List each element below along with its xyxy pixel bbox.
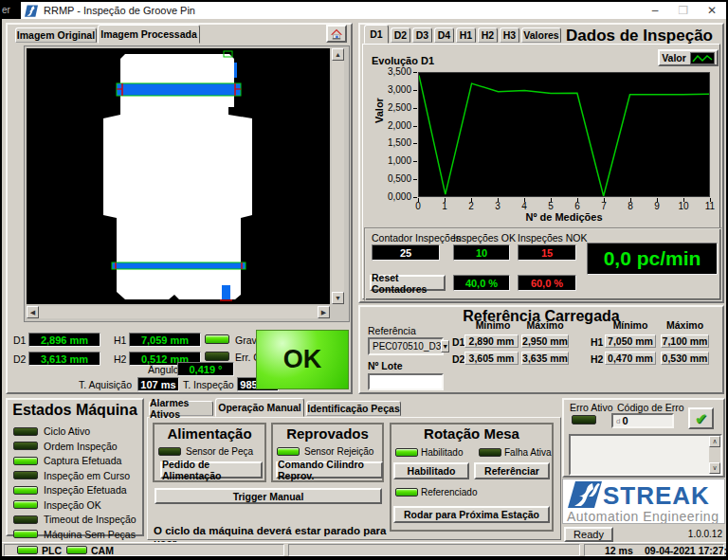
tab-label: Imagem Processada — [100, 28, 197, 40]
minimize-button[interactable]: – — [641, 4, 669, 17]
sensor-peca-label: Sensor de Peça — [186, 446, 253, 457]
ref-d1-max: 2,950 mm — [521, 334, 569, 348]
tab-d3[interactable]: D3 — [412, 27, 432, 43]
d1-value: 2,896 mm — [28, 333, 100, 347]
tab-alarmes-ativos[interactable]: Alarmes Ativos — [149, 401, 213, 416]
machine-state-row: Captura Efetuada — [13, 455, 121, 466]
contador-label: Contador Inspeções — [372, 232, 461, 244]
habilitado-button[interactable]: Habilitado — [393, 462, 469, 479]
app-version: 1.0.0.12 — [656, 529, 722, 539]
ref-h2-label: H2 — [591, 353, 603, 365]
reset-contadores-button[interactable]: Reset Contadores — [370, 275, 446, 291]
close-button[interactable]: ✕ — [698, 4, 726, 17]
chart-line-series — [419, 76, 709, 196]
error-list[interactable]: ∧ ∨ — [569, 434, 722, 476]
scroll-right-arrow[interactable]: ▶ — [318, 306, 330, 318]
chart-legend-button[interactable]: Valor — [658, 49, 719, 66]
contador-value: 25 — [372, 244, 440, 261]
y-tick-label: 3,000 — [379, 84, 411, 95]
ready-status-button[interactable]: Ready — [564, 527, 613, 542]
error-scroll-down-arrow[interactable]: ∨ — [709, 462, 720, 474]
app-logo-icon — [25, 5, 38, 17]
scroll-left-arrow[interactable]: ◀ — [27, 306, 39, 318]
tab-h2[interactable]: H2 — [478, 27, 498, 43]
tab-label: H1 — [460, 29, 472, 41]
tab-imagem-processada[interactable]: Imagem Processada — [98, 25, 200, 44]
referenciar-button[interactable]: Referênciar — [474, 462, 550, 479]
y-tick-label: 2,500 — [379, 102, 411, 113]
x-tick-label: 1 — [435, 201, 454, 211]
inspecoes-nok-label: Inspeções NOK — [518, 232, 588, 244]
inspecoes-nok-value: 15 — [518, 244, 576, 261]
tab-d4[interactable]: D4 — [434, 27, 454, 43]
habilitado-led-label: Habilitado — [421, 447, 463, 458]
angulo-value: 0,419 ° — [177, 362, 234, 376]
tab-valores[interactable]: Valores — [521, 27, 561, 43]
title-bar: RRMP - Inspeção de Groove Pin – ❒ ✕ — [2, 2, 726, 19]
x-tick-mark — [683, 198, 684, 202]
trigger-manual-button[interactable]: Trigger Manual — [155, 488, 382, 504]
rate-display: 0,0 pc/min — [587, 243, 718, 275]
tab-label: D1 — [370, 28, 382, 40]
dropdown-arrow-icon[interactable]: ▼ — [441, 340, 449, 352]
ref-d2-label: D2 — [452, 353, 464, 365]
pedido-alimentacao-button[interactable]: Pedido de Alimentação — [160, 461, 263, 479]
image-vertical-scrollbar[interactable]: ▲ ▼ — [332, 48, 344, 304]
machine-state-row: Timeout de Inspeção — [13, 514, 136, 525]
inspecoes-ok-label: Inspeções OK — [453, 232, 516, 244]
state-led — [13, 530, 38, 538]
status-datetime: 09-04-2021 17:27:26 — [645, 545, 728, 556]
scroll-up-arrow[interactable]: ▲ — [332, 48, 344, 61]
gravar-imagem-led — [205, 334, 229, 344]
cam-led — [66, 546, 87, 554]
x-tick-label: 11 — [701, 201, 719, 211]
tab-h1[interactable]: H1 — [456, 27, 476, 43]
referenciado-led — [395, 488, 418, 497]
image-display-frame: ▲ ▼ ◀ ▶ — [24, 45, 350, 322]
tab-d2[interactable]: D2 — [391, 27, 410, 43]
scroll-down-arrow[interactable]: ▼ — [332, 292, 344, 304]
referencia-dropdown[interactable]: PEC070510_D3 ▼ — [368, 337, 444, 355]
x-tick-label: 4 — [515, 201, 534, 211]
machine-state-row: Inspeção em Curso — [13, 470, 130, 481]
error-scroll-up-arrow[interactable]: ∧ — [709, 436, 720, 447]
rodar-proxima-estacao-button[interactable]: Rodar para Próxima Estação — [393, 506, 550, 523]
state-led — [13, 457, 38, 465]
inspection-title: Dados de Inspeção — [566, 27, 713, 45]
tab-operacao-manual[interactable]: Operação Manual — [215, 398, 304, 417]
machine-states-title: Estados Máquina — [8, 402, 142, 419]
max-header-left: Máximo — [521, 319, 569, 331]
comando-cilindro-button[interactable]: Comando Cilindro Reprov. — [276, 461, 383, 479]
error-code-value: 0 — [622, 415, 628, 426]
error-code-field[interactable]: d 0 — [611, 413, 674, 428]
lote-input[interactable] — [368, 373, 444, 390]
home-button[interactable] — [326, 25, 347, 43]
x-tick-label: 5 — [541, 201, 560, 211]
y-tick-mark — [413, 108, 417, 109]
erro-ativo-label: Erro Ativo — [570, 402, 613, 413]
x-tick-mark — [498, 198, 499, 202]
state-label: Ordem Inspeção — [44, 441, 118, 452]
window-title: RRMP - Inspeção de Groove Pin — [44, 5, 195, 16]
t-inspecao-label: T. Inspeção — [183, 379, 234, 390]
check-icon: ✔ — [695, 410, 707, 427]
state-label: Máquina Sem Peças — [44, 529, 136, 540]
x-tick-mark — [604, 198, 605, 202]
t-aquisicao-label: T. Aquisição — [79, 379, 132, 390]
acknowledge-error-button[interactable]: ✔ — [688, 407, 714, 429]
inspecoes-ok-value: 10 — [453, 244, 510, 261]
tab-imagem-original[interactable]: Imagem Original — [15, 27, 97, 43]
tab-label: Imagem Original — [17, 29, 95, 41]
x-tick-label: 7 — [594, 201, 613, 211]
y-tick-mark — [413, 72, 417, 73]
state-led — [13, 515, 38, 524]
machine-state-row: Ciclo Ativo — [13, 425, 90, 437]
alimentacao-group: Alimentação Sensor de Peça Pedido de Ali… — [153, 423, 266, 482]
tab-d1[interactable]: D1 — [364, 25, 389, 44]
image-horizontal-scrollbar[interactable]: ◀ ▶ — [27, 306, 330, 318]
ref-d1-label: D1 — [452, 336, 464, 348]
streak-logo-icon — [568, 481, 602, 508]
tab-h3[interactable]: H3 — [500, 27, 519, 43]
tab-identificacao-pecas[interactable]: Identificação Peças — [306, 401, 401, 416]
line-series-icon — [690, 52, 715, 64]
